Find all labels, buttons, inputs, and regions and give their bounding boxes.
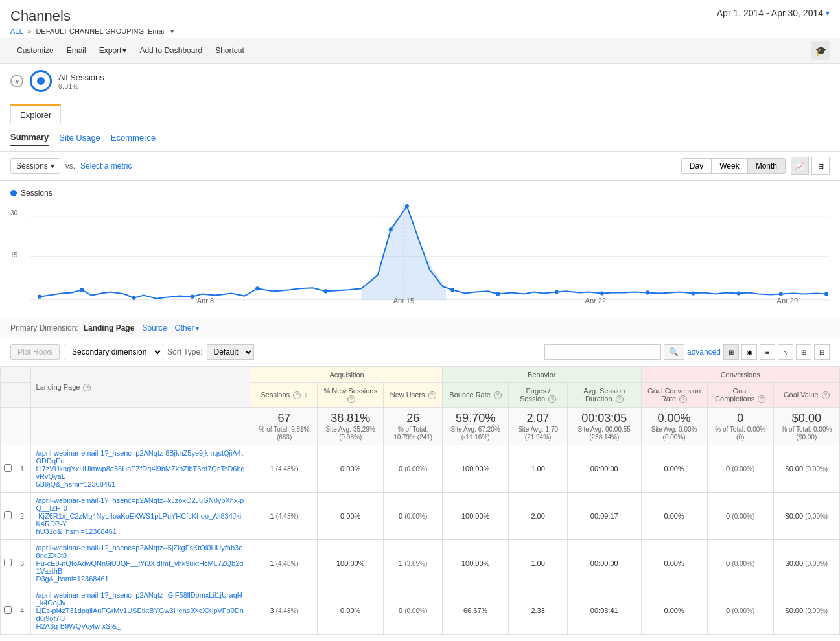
col-num xyxy=(16,367,30,383)
row-bounce-rate: 100.00% xyxy=(443,493,509,540)
plot-rows-button[interactable]: Plot Rows xyxy=(10,344,60,360)
new-users-help-icon[interactable]: ? xyxy=(428,391,436,399)
tab-ecommerce[interactable]: Ecommerce xyxy=(111,130,156,145)
goal-value-help-icon[interactable]: ? xyxy=(822,391,830,399)
row-pages-session: 2.33 xyxy=(509,587,568,635)
dim-landing-page[interactable]: Landing Page xyxy=(84,323,135,332)
secondary-dimension-select[interactable]: Secondary dimension xyxy=(64,344,163,360)
data-table-wrapper: Landing Page ? Acquisition Behavior Conv… xyxy=(0,366,840,635)
metric-selector[interactable]: Sessions ▾ xyxy=(10,158,60,174)
col-pct-new-sessions[interactable]: % New Sessions ? xyxy=(318,383,384,408)
row-goal-value: $0.00 (0.00%) xyxy=(773,445,839,493)
y-label-30: 30 xyxy=(10,209,18,216)
vs-label: vs. xyxy=(65,161,75,170)
segment-circle xyxy=(30,70,52,92)
sort-type-select[interactable]: Default xyxy=(207,344,254,360)
avg-session-help-icon[interactable]: ? xyxy=(616,395,624,403)
tab-site-usage[interactable]: Site Usage xyxy=(59,130,100,145)
view-pie-btn[interactable]: ◉ xyxy=(741,344,757,360)
goal-conv-help-icon[interactable]: ? xyxy=(679,395,687,403)
col-avg-session-duration[interactable]: Avg. Session Duration ? xyxy=(568,383,641,408)
col-goal-value[interactable]: Goal Value ? xyxy=(773,383,839,408)
col-landing-page-header: Landing Page ? xyxy=(30,367,251,408)
sub-tabs: Summary Site Usage Ecommerce xyxy=(0,124,840,152)
breadcrumb: ALL » DEFAULT CHANNEL GROUPING: Email ▼ xyxy=(10,27,176,35)
chart-legend: Sessions xyxy=(10,189,830,198)
landing-page-help-icon[interactable]: ? xyxy=(83,384,91,391)
dim-other[interactable]: Other ▾ xyxy=(174,323,199,332)
dim-source[interactable]: Source xyxy=(142,323,167,332)
period-week-btn[interactable]: Week xyxy=(712,158,747,174)
col-num-2 xyxy=(16,383,30,408)
row-bounce-rate: 100.00% xyxy=(443,540,509,587)
line-chart-btn[interactable]: 📈 xyxy=(791,157,809,175)
search-input[interactable] xyxy=(544,344,661,360)
landing-page-link[interactable]: /april-webinar-email-1?_hsenc=p2ANqtz--5… xyxy=(36,544,244,583)
total-bounce-rate: 59.70% Site Avg: 67.20% (-11.16%) xyxy=(443,408,509,445)
view-pivot-btn[interactable]: ⊞ xyxy=(796,344,811,360)
date-range: Apr 1, 2014 - Apr 30, 2014 ▾ xyxy=(717,8,830,18)
total-pct-new-sessions: 38.81% Site Avg: 35.29% (9.98%) xyxy=(318,408,384,445)
col-goal-conv-rate[interactable]: Goal Conversion Rate ? xyxy=(641,383,707,408)
export-button[interactable]: Export ▾ xyxy=(93,43,134,58)
svg-point-9 xyxy=(323,289,327,293)
svg-point-14 xyxy=(555,290,559,294)
sort-type-label: Sort Type: xyxy=(167,347,202,356)
col-sessions[interactable]: Sessions ? ↓ xyxy=(251,383,318,408)
page-header: Channels ALL » DEFAULT CHANNEL GROUPING:… xyxy=(0,0,840,64)
row-num: 4. xyxy=(16,587,30,635)
add-to-dashboard-button[interactable]: Add to Dashboard xyxy=(133,43,209,58)
col-bounce-rate[interactable]: Bounce Rate ? xyxy=(443,383,509,408)
row-goal-conv-rate: 0.00% xyxy=(641,540,707,587)
table-row: 4. /april-webinar-email-1?_hsenc=p2ANqtz… xyxy=(1,587,840,635)
landing-page-link[interactable]: /april-webinar-email-1?_hsenc=p2ANqtz-8B… xyxy=(36,449,245,488)
pct-new-sessions-help-icon[interactable]: ? xyxy=(347,395,355,403)
view-sparkline-btn[interactable]: ∿ xyxy=(778,344,793,360)
col-goal-completions[interactable]: Goal Completions ? xyxy=(707,383,773,408)
svg-point-17 xyxy=(691,291,695,295)
metric-chevron: ▾ xyxy=(51,161,54,170)
row-goal-conv-rate: 0.00% xyxy=(641,445,707,493)
row-new-users: 0 (0.00%) xyxy=(384,493,443,540)
row-avg-session-duration: 00:03:41 xyxy=(568,587,641,635)
svg-point-10 xyxy=(389,227,393,231)
bounce-rate-help-icon[interactable]: ? xyxy=(494,391,502,399)
tab-explorer[interactable]: Explorer xyxy=(10,104,61,124)
svg-point-16 xyxy=(646,290,649,294)
row-checkbox[interactable] xyxy=(4,606,12,614)
breadcrumb-chevron[interactable]: ▼ xyxy=(169,28,176,35)
explorer-tab-bar: Explorer xyxy=(0,99,840,124)
search-button[interactable]: 🔍 xyxy=(664,344,684,360)
landing-page-link[interactable]: /april-webinar-email-1?_hsenc=p2ANqtz--G… xyxy=(36,591,244,630)
tab-summary[interactable]: Summary xyxy=(10,130,49,146)
date-range-chevron[interactable]: ▾ xyxy=(826,8,830,17)
col-new-users[interactable]: New Users ? xyxy=(384,383,443,408)
select-metric-link[interactable]: Select a metric xyxy=(80,161,132,170)
period-month-btn[interactable]: Month xyxy=(748,158,786,174)
landing-page-link[interactable]: /april-webinar-email-1?_hsenc=p2ANqtz--k… xyxy=(36,496,244,535)
view-table-btn[interactable]: ⊞ xyxy=(723,344,739,360)
customize-button[interactable]: Customize xyxy=(10,43,60,58)
view-compare-btn[interactable]: ⊟ xyxy=(814,344,830,360)
view-bar-btn[interactable]: ≡ xyxy=(760,344,775,360)
email-button[interactable]: Email xyxy=(60,43,93,58)
total-goal-value: $0.00 % of Total: 0.00% ($0.00) xyxy=(773,408,839,445)
pages-session-help-icon[interactable]: ? xyxy=(548,395,556,403)
shortcut-button[interactable]: Shortcut xyxy=(209,43,251,58)
row-checkbox[interactable] xyxy=(4,464,12,472)
row-checkbox[interactable] xyxy=(4,559,12,566)
goal-completions-help-icon[interactable]: ? xyxy=(758,395,765,403)
breadcrumb-grouping: DEFAULT CHANNEL GROUPING: Email ▼ xyxy=(36,27,175,35)
segment-collapse-toggle[interactable]: ∨ xyxy=(10,75,23,87)
sessions-help-icon[interactable]: ? xyxy=(293,391,301,399)
breadcrumb-all[interactable]: ALL xyxy=(10,27,23,35)
row-checkbox[interactable] xyxy=(4,511,12,519)
chart-controls: Sessions ▾ vs. Select a metric Day Week … xyxy=(0,152,840,181)
table-group-header-row: Landing Page ? Acquisition Behavior Conv… xyxy=(1,367,840,383)
row-landing-page: /april-webinar-email-1?_hsenc=p2ANqtz--k… xyxy=(30,493,251,540)
row-goal-value: $0.00 (0.00%) xyxy=(773,540,839,587)
bar-chart-btn[interactable]: ⊞ xyxy=(811,157,830,175)
col-pages-session[interactable]: Pages / Session ? xyxy=(509,383,568,408)
advanced-link[interactable]: advanced xyxy=(687,347,721,356)
period-day-btn[interactable]: Day xyxy=(681,158,712,174)
